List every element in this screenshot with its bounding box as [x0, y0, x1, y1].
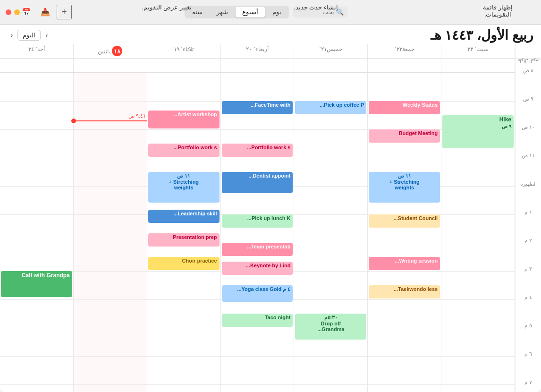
event-dentist[interactable]: Dentist appoint... — [222, 172, 293, 193]
day-col-wed[interactable]: FaceTime with... Portfolio work s... Den… — [221, 73, 295, 392]
day-header-thu: خميس٬٢١ — [294, 44, 368, 58]
time-4pm: ٤ م — [516, 293, 541, 322]
toolbar-right: + 📥 📅 — [19, 5, 72, 19]
scrollable-grid[interactable]: Hike٩ ص ٧ م — [0, 73, 515, 392]
time-9am: ٩ ص — [516, 95, 541, 123]
event-stretching-fri[interactable]: ١١ صStretching +weights — [369, 172, 440, 203]
view-btn-day[interactable]: يوم — [266, 7, 288, 17]
calendar-grid: طوال اليوم ٨ ص ٩ ص ١٠ ص ١١ ص الظهيرة ١ م… — [0, 44, 541, 392]
close-button[interactable] — [6, 9, 11, 15]
time-10am: ١٠ ص — [516, 123, 541, 152]
event-hike[interactable]: Hike٩ ص — [442, 115, 514, 148]
time-5pm: ٥ م — [516, 322, 541, 350]
time-grid: Hike٩ ص ٧ م — [0, 73, 515, 392]
calendar-window: 🔍 يوم أسبوع شهر سنة + 📥 📅 إظهار قائمةالت… — [0, 0, 541, 392]
event-artist-workshop[interactable]: Artist workshop... — [148, 111, 220, 128]
annotation-change-view: تغيير عرض التقويم. — [142, 4, 192, 11]
annotation-show-calendars: إظهار قائمةالتقويمات. — [483, 4, 513, 18]
titlebar: 🔍 يوم أسبوع شهر سنة + 📥 📅 — [0, 0, 541, 25]
calendar-list-button[interactable]: 📅 — [19, 7, 34, 17]
day-header-mon: اثنين، ١٨ — [74, 44, 147, 58]
event-call-grandpa[interactable]: Call with Grandpa — [1, 271, 72, 297]
event-pick-up-coffee[interactable]: Pick up coffee P... — [295, 101, 366, 114]
event-portfolio-tue[interactable]: Portfolio work s... — [148, 144, 220, 157]
day-col-fri[interactable]: Weekly Status Budget Meeting ١١ صStretch… — [368, 73, 441, 392]
all-day-thu[interactable] — [294, 59, 368, 72]
time-8am: ٨ ص — [516, 67, 541, 95]
day-header-sun: أحد٬ ٢٤ — [0, 44, 74, 58]
view-switcher: يوم أسبوع شهر سنة — [185, 6, 289, 18]
day-col-tue[interactable]: Artist workshop... Portfolio work s... ١… — [147, 73, 221, 392]
time-gutter: طوال اليوم ٨ ص ٩ ص ١٠ ص ١١ ص الظهيرة ١ م… — [515, 44, 541, 392]
all-day-wed[interactable] — [221, 59, 295, 72]
time-6pm: ٦ م — [516, 350, 541, 378]
all-day-sun[interactable] — [0, 59, 74, 72]
event-choir[interactable]: Choir practice — [148, 257, 220, 270]
event-keynote[interactable]: Keynote by Lind... — [222, 262, 293, 275]
day-header-wed: أربعاء٬ ٢٠ — [221, 44, 295, 58]
event-yoga[interactable]: ٤ م Yoga class Gold... — [222, 285, 293, 302]
today-button[interactable]: اليوم — [17, 30, 41, 41]
day-headers: سبت٬ ٢٣ جمعة٬٢٢ خميس٬٢١ أربعاء٬ ٢٠ ثلاثا… — [0, 44, 515, 59]
all-day-mon[interactable] — [74, 59, 147, 72]
all-day-sat[interactable] — [441, 59, 515, 72]
add-event-button[interactable]: + — [57, 5, 72, 19]
toolbar-center: 🔍 يوم أسبوع شهر سنة — [6, 6, 535, 18]
all-day-label: طوال اليوم — [515, 58, 541, 67]
event-portfolio-wed[interactable]: Portfolio work s... — [222, 144, 293, 157]
all-day-fri[interactable] — [368, 59, 441, 72]
time-1pm: ١ م — [516, 208, 541, 237]
event-presentation-prep[interactable]: Presentation prep — [148, 233, 220, 247]
days-area: سبت٬ ٢٣ جمعة٬٢٢ خميس٬٢١ أربعاء٬ ٢٠ ثلاثا… — [0, 44, 515, 392]
event-taco-night[interactable]: Taco night — [222, 314, 293, 327]
event-writing-session[interactable]: Writing session... — [369, 257, 440, 270]
event-leadership[interactable]: Leadership skill... — [148, 210, 220, 223]
time-7pm: ٧ م — [516, 378, 541, 392]
time-2pm: ٢ م — [516, 237, 541, 265]
all-day-row — [0, 59, 515, 73]
day-header-tue: ثلاثاء٬ ١٩ — [147, 44, 221, 58]
event-taekwondo[interactable]: Taekwondo less... — [369, 285, 440, 298]
nav-controls: › اليوم ‹ — [8, 30, 51, 41]
current-time-label: ٩:٤١ ص — [128, 113, 146, 119]
view-btn-month[interactable]: شهر — [210, 7, 235, 17]
time-3pm: ٣ م — [516, 265, 541, 293]
calendar-title: ربيع الأول، ١٤٤٣ هـ — [60, 27, 533, 43]
event-stretching-tue[interactable]: ١١ صStretching +weights — [148, 172, 220, 203]
day-col-sun[interactable]: Call with Grandpa — [0, 73, 74, 392]
prev-arrow[interactable]: ‹ — [8, 30, 16, 41]
next-arrow[interactable]: › — [42, 30, 51, 41]
annotation-new-event: إنشاء حدث جديد. — [294, 4, 338, 11]
day-col-sat[interactable]: Hike٩ ص ٧ م — [441, 73, 515, 392]
event-pick-up-lunch[interactable]: Pick up lunch K... — [222, 214, 293, 228]
day-header-fri: جمعة٬٢٢ — [368, 44, 441, 58]
event-facetime[interactable]: FaceTime with... — [222, 101, 293, 114]
day-header-sat: سبت٬ ٢٣ — [441, 44, 515, 58]
all-day-tue[interactable] — [147, 59, 221, 72]
day-col-thu[interactable]: Pick up coffee P... ٥:٣٠مDrop offGrandma… — [294, 73, 368, 392]
event-student-council[interactable]: Student Council... — [369, 214, 440, 228]
day-col-mon[interactable]: ٩:٤١ ص — [74, 73, 147, 392]
event-drop-off-grandma[interactable]: ٥:٣٠مDrop offGrandma... — [295, 314, 366, 340]
current-time-indicator: ٩:٤١ ص — [74, 120, 147, 121]
event-team-presentation[interactable]: Team presentati... — [222, 243, 293, 256]
time-noon: الظهيرة — [516, 180, 541, 208]
time-11am: ١١ ص — [516, 152, 541, 180]
inbox-icon-button[interactable]: 📥 — [38, 7, 53, 17]
nav-row: ربيع الأول، ١٤٤٣ هـ › اليوم ‹ — [0, 25, 541, 44]
event-weekly-status[interactable]: Weekly Status — [369, 101, 440, 114]
view-btn-week[interactable]: أسبوع — [236, 7, 265, 17]
event-budget-meeting[interactable]: Budget Meeting — [369, 129, 440, 143]
